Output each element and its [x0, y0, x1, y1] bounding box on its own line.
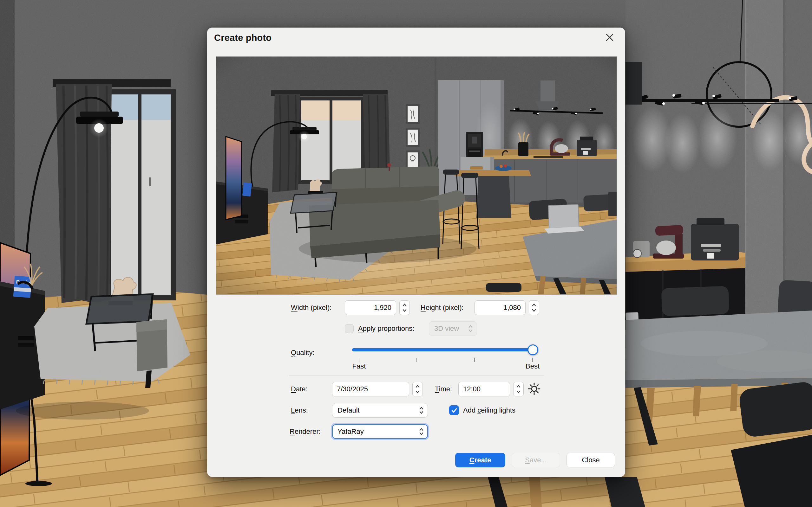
lens-value: Default — [338, 406, 360, 414]
slider-tick — [532, 358, 533, 362]
select-arrows-icon — [419, 427, 424, 436]
renderer-label: Renderer: — [290, 428, 321, 436]
proportions-value: 3D view — [434, 325, 459, 333]
date-input[interactable] — [332, 382, 409, 396]
up-down-chevrons-icon — [531, 303, 537, 313]
renderer-select[interactable]: YafaRay — [332, 424, 428, 439]
lens-label: Lens: — [291, 406, 308, 414]
save-button[interactable]: Save... — [512, 453, 560, 467]
photo-preview — [216, 56, 617, 295]
date-stepper[interactable] — [412, 382, 423, 396]
width-input[interactable] — [345, 300, 396, 315]
height-input[interactable] — [474, 300, 525, 315]
range-hood — [625, 62, 642, 105]
separator — [289, 376, 544, 376]
quality-min-label: Fast — [345, 362, 373, 371]
width-stepper[interactable] — [399, 300, 410, 315]
time-input[interactable] — [458, 382, 510, 396]
up-down-chevrons-icon — [415, 384, 420, 394]
lens-select[interactable]: Default — [332, 403, 428, 418]
select-arrows-icon — [419, 406, 424, 415]
check-icon — [451, 407, 458, 414]
up-down-chevrons-icon — [402, 303, 407, 313]
height-stepper[interactable] — [529, 300, 539, 315]
apply-proportions-label: Apply proportions: — [358, 325, 414, 333]
close-button[interactable]: Close — [566, 453, 615, 467]
time-stepper[interactable] — [513, 382, 524, 396]
create-button[interactable]: Create — [455, 453, 505, 467]
ceiling-lights-checkbox[interactable] — [449, 405, 459, 415]
slider-tick — [416, 358, 417, 362]
close-icon — [606, 33, 614, 42]
height-label: Height (pixel): — [420, 303, 464, 312]
slider-tick — [359, 358, 359, 362]
quality-label: Quality: — [291, 349, 315, 357]
photo-preview-render — [216, 57, 617, 294]
apply-proportions-checkbox[interactable] — [345, 324, 354, 333]
quality-slider-thumb[interactable] — [527, 344, 538, 355]
width-label: Width (pixel): — [291, 303, 332, 312]
up-down-chevrons-icon — [516, 384, 521, 394]
date-label: Date: — [291, 385, 308, 393]
espresso-machine — [691, 218, 739, 261]
create-photo-dialog: Create photo — [207, 27, 625, 477]
slider-tick — [474, 358, 475, 362]
kitchen-scale — [633, 241, 650, 258]
proportions-select: 3D view — [429, 321, 477, 336]
ceiling-lights-label: Add ceiling lights — [463, 406, 515, 414]
select-arrows-icon — [468, 324, 473, 333]
sun-icon — [527, 382, 541, 395]
quality-max-label: Best — [518, 362, 547, 371]
dialog-title: Create photo — [214, 33, 271, 43]
quality-slider-track[interactable] — [352, 348, 537, 351]
dialog-close-button[interactable] — [603, 31, 616, 44]
renderer-value: YafaRay — [338, 428, 364, 436]
time-label: Time: — [435, 385, 452, 393]
